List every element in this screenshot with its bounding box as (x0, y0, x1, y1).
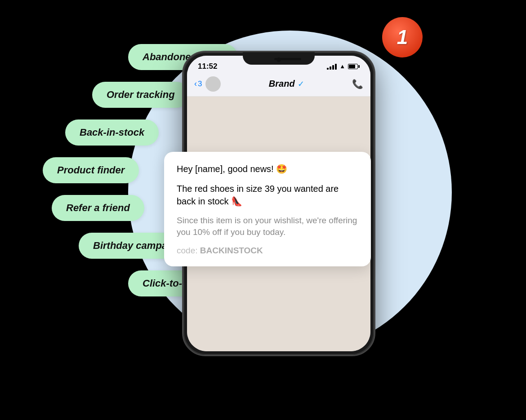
code-value: BACKINSTOCK (200, 246, 263, 255)
pill-product-finder: Product finder (43, 157, 139, 183)
pill-label: Back-in-stock (80, 127, 144, 138)
phone-notch (243, 52, 315, 65)
wifi-icon: ▲ (339, 63, 345, 70)
back-count: 3 (198, 80, 202, 88)
avatar (205, 76, 221, 92)
battery-icon (348, 64, 360, 69)
chat-header-left: ‹ 3 (194, 76, 221, 92)
main-scene: 1 Abandoned carts Order tracking Back-in… (38, 8, 488, 412)
verified-icon: ✓ (298, 79, 304, 89)
message-line-2: The red shoes in size 39 you wanted are … (177, 182, 358, 208)
status-time: 11:52 (198, 62, 217, 71)
brand-info: Brand ✓ (221, 79, 352, 89)
brand-name: Brand (269, 79, 295, 89)
pill-back-in-stock: Back-in-stock (65, 119, 159, 146)
chevron-left-icon: ‹ (194, 79, 197, 88)
message-code: code: BACKINSTOCK (177, 246, 358, 256)
pill-refer-a-friend: Refer a friend (52, 195, 144, 221)
pill-order-tracking: Order tracking (92, 82, 189, 108)
chat-header: ‹ 3 Brand ✓ 📞 (187, 73, 370, 97)
signal-bars-icon (327, 63, 337, 70)
status-icons: ▲ (327, 63, 360, 70)
code-prefix: code: (177, 246, 200, 255)
pill-label: Product finder (57, 164, 125, 176)
message-line-1: Hey [name], good news! 🤩 (177, 163, 358, 175)
pill-label: Refer a friend (66, 202, 130, 214)
back-button[interactable]: ‹ 3 (194, 79, 202, 88)
message-card: Hey [name], good news! 🤩 The red shoes i… (164, 152, 371, 266)
pill-label: Order tracking (107, 89, 175, 101)
notification-count: 1 (397, 26, 408, 49)
call-icon[interactable]: 📞 (352, 79, 363, 89)
message-line-3: Since this item is on your wishlist, we'… (177, 215, 358, 239)
notification-badge: 1 (382, 17, 423, 57)
